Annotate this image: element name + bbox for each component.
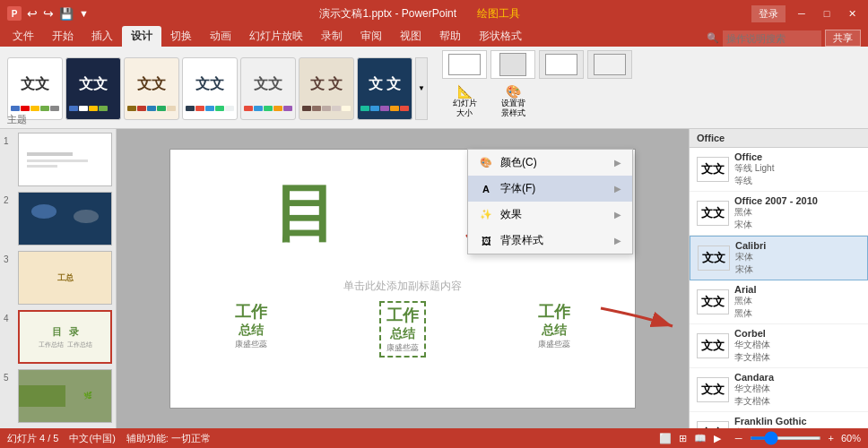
- slide-image-2[interactable]: [18, 192, 112, 246]
- theme-swatch-6[interactable]: 文 文: [299, 57, 354, 120]
- theme-swatch-5[interactable]: 文文: [240, 57, 296, 120]
- color-icon: 🎨: [479, 157, 493, 168]
- font-item-office[interactable]: 文文 Office 等线 Light 等线: [690, 148, 868, 192]
- tab-file[interactable]: 文件: [4, 26, 43, 47]
- slide-size-thumb-4[interactable]: [587, 50, 632, 79]
- theme-swatch-7[interactable]: 文 文: [357, 57, 412, 120]
- slide-thumb-3[interactable]: 3 工总: [4, 251, 112, 305]
- font-info-candara: Candara 华文楷体 李文楷体: [734, 372, 861, 408]
- bg-label: 背景样式: [500, 233, 543, 248]
- font-item-corbel[interactable]: 文文 Corbel 华文楷体 李文楷体: [690, 324, 868, 368]
- dropdown-menu: 🎨 颜色(C) ▶ A 字体(F) ▶ ✨ 效果 ▶ 🖼 背景样式 ▶: [467, 149, 633, 254]
- font-info-office: Office 等线 Light 等线: [734, 151, 861, 187]
- tab-record[interactable]: 录制: [312, 26, 352, 47]
- search-input[interactable]: [723, 30, 821, 47]
- font-item-candara[interactable]: 文文 Candara 华文楷体 李文楷体: [690, 368, 868, 412]
- font-preview-candara: 文文: [697, 377, 729, 402]
- font-info-corbel: Corbel 华文楷体 李文楷体: [734, 328, 861, 364]
- slide-num-4: 4: [4, 314, 14, 323]
- canvas-subtitle[interactable]: 单击此处添加副标题内容: [170, 279, 635, 294]
- font-item-arial[interactable]: 文文 Arial 黑体 黑体: [690, 280, 868, 324]
- view-slidesorter-icon[interactable]: ⊞: [679, 433, 687, 444]
- dropdown-item-effect[interactable]: ✨ 效果 ▶: [468, 202, 632, 228]
- view-reading-icon[interactable]: 📖: [694, 433, 707, 444]
- font-label: 字体(F): [500, 181, 535, 196]
- save-btn[interactable]: 💾: [59, 7, 74, 21]
- tab-review[interactable]: 审阅: [352, 26, 391, 47]
- tab-view[interactable]: 视图: [391, 26, 430, 47]
- title-text: 演示文稿1.pptx - PowerPoint 绘图工具: [89, 6, 751, 22]
- tool-label: 绘图工具: [477, 7, 520, 20]
- slide-size-thumb-3[interactable]: [539, 50, 584, 79]
- font-item-franklin[interactable]: 文文 Franklin Gothic 宋书 李文楷体: [690, 412, 868, 428]
- theme-swatch-3[interactable]: 文文: [124, 57, 179, 120]
- slide-thumb-1[interactable]: 1: [4, 133, 112, 186]
- font-info-franklin: Franklin Gothic 宋书 李文楷体: [734, 416, 861, 428]
- font-menu-icon: A: [479, 184, 493, 194]
- swatch-scroll-btn[interactable]: ▼: [415, 57, 428, 120]
- login-btn[interactable]: 登录: [751, 5, 786, 22]
- zoom-slider[interactable]: [750, 436, 821, 440]
- bg-style-btn[interactable]: 🎨 设置背 景样式: [490, 82, 535, 120]
- more-tools-btn[interactable]: ▼: [79, 8, 89, 19]
- theme-swatch-4[interactable]: 文文: [182, 57, 238, 120]
- slide-thumb-5[interactable]: 5 🌿: [4, 369, 112, 423]
- title-bar-left: P ↩ ↪ 💾 ▼: [7, 6, 89, 21]
- ribbon-tabs: 文件 开始 插入 设计 切换 动画 幻灯片放映 录制 审阅 视图 帮助 形状格式…: [0, 27, 868, 47]
- close-btn[interactable]: ✕: [843, 4, 861, 22]
- font-preview-corbel: 文文: [697, 333, 729, 358]
- tab-animation[interactable]: 动画: [201, 26, 240, 47]
- color-arrow: ▶: [614, 158, 621, 168]
- restore-btn[interactable]: □: [818, 4, 836, 22]
- slide-info: 幻灯片 4 / 5: [7, 432, 58, 445]
- slide-size-thumb-1[interactable]: [442, 50, 487, 79]
- slide-num-1: 1: [4, 136, 14, 146]
- title-bar: P ↩ ↪ 💾 ▼ 演示文稿1.pptx - PowerPoint 绘图工具 登…: [0, 0, 868, 27]
- slide-thumb-2[interactable]: 2: [4, 192, 112, 246]
- canvas-item-3: 工作 总结 康盛些蕊: [538, 301, 570, 350]
- tab-shape-format[interactable]: 形状格式: [470, 26, 531, 47]
- color-label: 颜色(C): [500, 155, 537, 170]
- slide-num-3: 3: [4, 254, 14, 264]
- language-indicator: 中文(中国): [69, 432, 115, 445]
- share-btn[interactable]: 共享: [825, 30, 861, 47]
- slide-image-1[interactable]: [18, 133, 112, 186]
- font-preview-office: 文文: [697, 157, 729, 182]
- slide-size-thumb-2[interactable]: [490, 50, 535, 79]
- dropdown-item-bg[interactable]: 🖼 背景样式 ▶: [468, 228, 632, 254]
- zoom-minus-btn[interactable]: ─: [735, 433, 742, 444]
- slide-size-btn[interactable]: 📐 幻灯片 大小: [442, 82, 487, 120]
- font-preview-franklin: 文文: [697, 421, 729, 428]
- slide-image-5[interactable]: 🌿: [18, 369, 112, 423]
- canvas-item-1: 工作 总结 康盛些蕊: [235, 301, 267, 350]
- slide-image-3[interactable]: 工总: [18, 251, 112, 305]
- tab-slideshow[interactable]: 幻灯片放映: [240, 26, 312, 47]
- view-presenter-icon[interactable]: ▶: [714, 433, 721, 444]
- theme-swatch-2[interactable]: 文文: [65, 57, 121, 120]
- font-panel-header: Office: [690, 129, 868, 148]
- redo-btn[interactable]: ↪: [43, 6, 54, 21]
- slide-thumb-4[interactable]: 4 目录 工作总结工作总结: [4, 310, 112, 364]
- section-label: 主题: [7, 113, 27, 126]
- tab-insert[interactable]: 插入: [82, 26, 122, 47]
- tab-home[interactable]: 开始: [43, 26, 82, 47]
- zoom-plus-btn[interactable]: +: [829, 433, 834, 444]
- effect-arrow: ▶: [614, 210, 621, 220]
- tab-transition[interactable]: 切换: [161, 26, 201, 47]
- theme-swatch-1[interactable]: 文文: [7, 57, 63, 120]
- slide-num-2: 2: [4, 195, 14, 205]
- minimize-btn[interactable]: ─: [793, 4, 811, 22]
- undo-btn[interactable]: ↩: [27, 6, 38, 21]
- dropdown-item-font[interactable]: A 字体(F) ▶: [468, 176, 632, 202]
- accessibility-status: 辅助功能: 一切正常: [126, 432, 211, 445]
- tab-design[interactable]: 设计: [122, 26, 161, 47]
- status-right: ⬜ ⊞ 📖 ▶ ─ + 60%: [659, 433, 861, 444]
- view-normal-icon[interactable]: ⬜: [659, 433, 672, 444]
- font-item-office2007[interactable]: 文文 Office 2007 - 2010 黑体 宋体: [690, 192, 868, 236]
- tab-help[interactable]: 帮助: [430, 26, 470, 47]
- font-item-calibri[interactable]: 文文 Calibri 宋体 宋体: [690, 236, 868, 280]
- dropdown-item-color[interactable]: 🎨 颜色(C) ▶: [468, 150, 632, 176]
- status-bar: 幻灯片 4 / 5 中文(中国) 辅助功能: 一切正常 ⬜ ⊞ 📖 ▶ ─ + …: [0, 428, 868, 448]
- main-area: 1 2 3 工总: [0, 129, 868, 428]
- slide-image-4[interactable]: 目录 工作总结工作总结: [18, 310, 112, 364]
